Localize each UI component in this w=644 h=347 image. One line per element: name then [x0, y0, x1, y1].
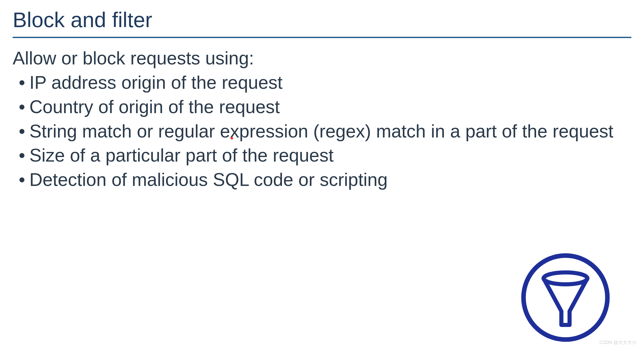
funnel-filter-icon: [520, 252, 611, 343]
bullet-list: IP address origin of the request Country…: [13, 71, 631, 192]
bullet-item: Size of a particular part of the request: [19, 143, 631, 168]
bullet-item: IP address origin of the request: [19, 71, 631, 95]
laser-pointer-dot: [231, 137, 233, 140]
svg-point-1: [544, 272, 588, 284]
bullet-item: String match or regular expression (rege…: [19, 119, 631, 144]
title-divider: [13, 37, 631, 38]
slide-title: Block and filter: [13, 8, 631, 32]
watermark-text: CSDN @大大大小: [599, 339, 636, 345]
bullet-item: Detection of malicious SQL code or scrip…: [19, 168, 631, 192]
intro-text: Allow or block requests using:: [13, 48, 631, 68]
bullet-item: Country of origin of the request: [19, 95, 631, 119]
